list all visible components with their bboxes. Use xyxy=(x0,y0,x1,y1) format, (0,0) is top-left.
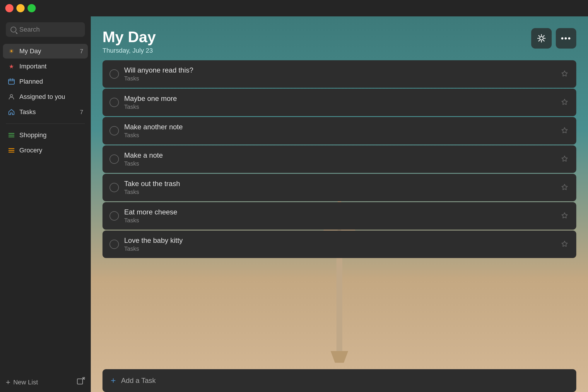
sun-icon: ☀ xyxy=(8,47,15,55)
task-list-label: Tasks xyxy=(124,132,555,139)
sidebar-item-label: Tasks xyxy=(19,108,73,116)
sidebar-item-badge: 7 xyxy=(77,48,83,55)
task-list-label: Tasks xyxy=(124,160,555,167)
task-text-group: Eat more cheese Tasks xyxy=(124,208,555,224)
task-text-group: Make another note Tasks xyxy=(124,123,555,139)
task-item[interactable]: Make a note Tasks xyxy=(102,145,576,173)
sidebar-item-planned[interactable]: Planned xyxy=(3,74,88,89)
task-item[interactable]: Make another note Tasks xyxy=(102,117,576,145)
titlebar xyxy=(0,0,588,16)
person-icon xyxy=(8,93,15,101)
traffic-lights xyxy=(5,4,36,12)
sidebar-item-label: Planned xyxy=(19,78,73,85)
compose-icon[interactable] xyxy=(77,377,85,387)
page-title: My Day xyxy=(102,28,156,46)
more-options-button[interactable]: ••• xyxy=(556,28,576,49)
task-star-button[interactable] xyxy=(560,154,569,164)
header: My Day Thursday, July 23 xyxy=(91,16,588,60)
task-title: Love the baby kitty xyxy=(124,236,555,245)
task-checkbox[interactable] xyxy=(110,211,119,221)
more-dots-icon: ••• xyxy=(561,34,571,42)
svg-marker-21 xyxy=(331,351,348,363)
svg-point-23 xyxy=(540,37,543,40)
nav-divider xyxy=(6,123,85,124)
task-list-label: Tasks xyxy=(124,189,555,195)
search-bar[interactable]: Search xyxy=(6,22,85,37)
main-content: My Day Thursday, July 23 xyxy=(91,16,588,392)
sidebar-item-label: Important xyxy=(19,63,73,70)
list-icon-shopping xyxy=(8,131,15,139)
task-checkbox[interactable] xyxy=(110,126,119,135)
task-text-group: Will anyone read this? Tasks xyxy=(124,66,555,82)
nav-items: ☀ My Day 7 ★ Important Planned xyxy=(0,44,91,119)
task-item[interactable]: Love the baby kitty Tasks xyxy=(102,231,576,258)
svg-rect-20 xyxy=(336,257,342,363)
task-list-label: Tasks xyxy=(124,217,555,224)
task-star-button[interactable] xyxy=(560,126,569,135)
plus-icon: + xyxy=(6,378,10,387)
task-item[interactable]: Maybe one more Tasks xyxy=(102,89,576,116)
sidebar: Search ☀ My Day 7 ★ Important xyxy=(0,16,91,392)
task-star-button[interactable] xyxy=(560,211,569,221)
sidebar-item-label: Assigned to you xyxy=(19,93,73,101)
task-checkbox[interactable] xyxy=(110,154,119,164)
svg-line-29 xyxy=(543,40,544,41)
svg-point-4 xyxy=(10,94,13,97)
page-subtitle: Thursday, July 23 xyxy=(102,47,156,54)
task-checkbox[interactable] xyxy=(110,69,119,79)
svg-rect-11 xyxy=(77,379,83,384)
task-star-button[interactable] xyxy=(560,69,569,79)
task-text-group: Make a note Tasks xyxy=(124,151,555,167)
header-title-group: My Day Thursday, July 23 xyxy=(102,28,156,54)
task-title: Maybe one more xyxy=(124,94,555,103)
task-star-button[interactable] xyxy=(560,183,569,192)
task-checkbox[interactable] xyxy=(110,240,119,249)
calendar-icon xyxy=(8,78,15,85)
task-item[interactable]: Take out the trash Tasks xyxy=(102,174,576,201)
add-task-label: Add a Task xyxy=(121,376,156,385)
task-text-group: Love the baby kitty Tasks xyxy=(124,236,555,252)
sidebar-item-label: My Day xyxy=(19,47,73,55)
sidebar-footer: + New List xyxy=(0,372,91,392)
task-list-label: Tasks xyxy=(124,104,555,110)
task-list-label: Tasks xyxy=(124,245,555,252)
brightness-button[interactable] xyxy=(531,28,552,49)
search-icon xyxy=(11,27,16,32)
close-button[interactable] xyxy=(5,4,13,12)
task-checkbox[interactable] xyxy=(110,98,119,107)
sidebar-item-label: Grocery xyxy=(19,147,83,154)
sidebar-item-badge: 7 xyxy=(77,109,83,116)
header-actions: ••• xyxy=(531,28,576,49)
star-icon: ★ xyxy=(8,63,15,70)
add-task-bar[interactable]: + Add a Task xyxy=(102,369,576,392)
svg-line-28 xyxy=(539,36,540,37)
task-title: Take out the trash xyxy=(124,180,555,188)
task-item[interactable]: Eat more cheese Tasks xyxy=(102,202,576,230)
sidebar-item-tasks[interactable]: Tasks 7 xyxy=(3,105,88,119)
sidebar-item-label: Shopping xyxy=(19,131,83,139)
maximize-button[interactable] xyxy=(28,4,36,12)
sidebar-item-assigned[interactable]: Assigned to you xyxy=(3,90,88,104)
task-title: Eat more cheese xyxy=(124,208,555,216)
task-star-button[interactable] xyxy=(560,98,569,107)
task-list-label: Tasks xyxy=(124,75,555,82)
task-star-button[interactable] xyxy=(560,240,569,249)
task-item[interactable]: Will anyone read this? Tasks xyxy=(102,60,576,88)
task-text-group: Maybe one more Tasks xyxy=(124,94,555,110)
sidebar-item-my-day[interactable]: ☀ My Day 7 xyxy=(3,44,88,59)
list-icon-grocery xyxy=(8,147,15,154)
home-icon xyxy=(8,108,15,116)
task-checkbox[interactable] xyxy=(110,183,119,192)
svg-line-30 xyxy=(543,36,544,37)
tasks-list: Will anyone read this? Tasks Maybe one m… xyxy=(102,60,576,258)
svg-rect-0 xyxy=(8,79,14,84)
minimize-button[interactable] xyxy=(16,4,25,12)
new-list-button[interactable]: + New List xyxy=(6,378,38,387)
app-container: Search ☀ My Day 7 ★ Important xyxy=(0,16,588,392)
sidebar-item-important[interactable]: ★ Important xyxy=(3,59,88,74)
sidebar-item-grocery[interactable]: Grocery xyxy=(3,143,88,158)
task-title: Make another note xyxy=(124,123,555,131)
svg-line-31 xyxy=(539,40,540,41)
sidebar-item-shopping[interactable]: Shopping xyxy=(3,128,88,142)
search-label: Search xyxy=(19,26,40,33)
